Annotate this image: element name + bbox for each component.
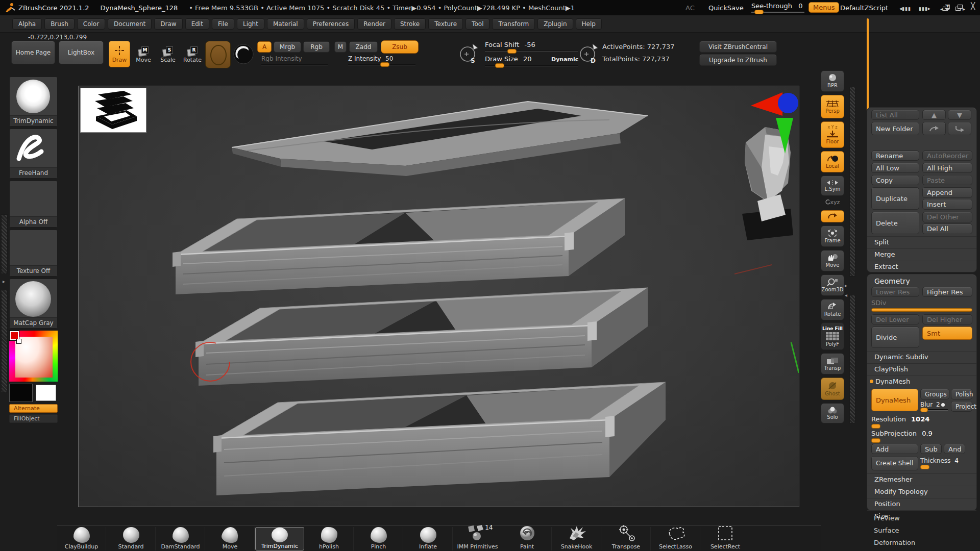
local-button[interactable]: Local [821,151,844,172]
brush-selector-thumbnail[interactable]: TrimDynamic [9,77,58,127]
rename-button[interactable]: Rename [871,151,919,161]
zadd-button[interactable]: Zadd [349,41,378,53]
zoom3d-button[interactable]: Zoom3D [821,274,844,296]
merge-section[interactable]: Merge [867,248,976,260]
quicksave-button[interactable]: QuickSave [708,4,744,12]
persp-button[interactable]: Persp [821,95,844,118]
menu-edit[interactable]: Edit [185,18,209,30]
tray-brush-transpose[interactable]: Transpose [602,527,651,550]
right-scrollbar-lower[interactable] [849,295,855,423]
tray-brush-pinch[interactable]: Pinch [354,527,403,550]
tray-brush-selectrect[interactable]: SelectRect [701,527,750,550]
folder-move-up-button[interactable] [922,122,946,135]
move-mode-button[interactable]: M Move [134,42,153,67]
menu-material[interactable]: Material [267,18,304,30]
dynamic-subdiv-section[interactable]: Dynamic Subdiv [867,351,976,362]
menu-document[interactable]: Document [108,18,152,30]
menu-render[interactable]: Render [357,18,391,30]
floor-button[interactable]: x Y z Floor [821,121,844,148]
fill-object-button[interactable]: FillObject [9,414,58,423]
dynamesh-button[interactable]: DynaMesh [871,389,918,411]
alpha-selector-thumbnail[interactable]: Alpha Off [9,181,58,228]
append-button[interactable]: Append [922,187,972,198]
zsub-button[interactable]: Zsub [381,40,419,54]
xyz-rotation-mode[interactable]: xyz [821,199,844,206]
tray-brush-inflate[interactable]: Inflate [404,527,453,550]
folder-move-down-button[interactable] [948,122,971,135]
menu-alpha[interactable]: Alpha [12,18,42,30]
rotate-mode-button[interactable]: R Rotate [182,42,203,67]
y-rotation-mode-button[interactable] [821,210,844,222]
dynamesh-section[interactable]: DynaMesh [867,375,976,387]
menu-file[interactable]: File [212,18,234,30]
geometry-title[interactable]: Geometry [874,277,910,285]
document-canvas[interactable] [78,86,799,507]
rotate-nav-button[interactable]: Rotate [821,299,844,320]
restore-button[interactable] [955,5,963,11]
menu-tool[interactable]: Tool [465,18,489,30]
lsym-button[interactable]: L.Sym [821,176,844,196]
copy-button[interactable]: Copy [871,175,919,185]
tray-brush-paint[interactable]: Paint [503,527,552,550]
duplicate-button[interactable]: Duplicate [871,187,919,210]
create-shell-button[interactable]: Create Shell [871,456,918,470]
polyframe-button[interactable]: Line Fill PolyF [821,322,844,350]
lower-res-button[interactable]: Lower Res [871,287,919,297]
sdiv-slider[interactable] [871,308,972,312]
material-selector-thumbnail[interactable]: MatCap Gray [9,279,58,329]
see-through-slider[interactable]: See-through 0 [751,2,804,13]
tray-brush-claybuildup[interactable]: ClayBuildup [57,527,106,550]
menu-color[interactable]: Color [77,18,105,30]
menu-preferences[interactable]: Preferences [307,18,355,30]
tray-brush-selectlasso[interactable]: SelectLasso [651,527,700,550]
surface-palette[interactable]: Surface [874,527,899,534]
tray-brush-imm-primitives[interactable]: 14 IMM Primitives [453,527,502,550]
primary-color-swatch[interactable] [36,385,56,401]
blur-slider[interactable]: Blur 2 [920,401,949,411]
subprojection-slider-label[interactable]: SubProjection 0.9 [871,430,933,437]
groups-button[interactable]: Groups [920,389,949,399]
list-all-button[interactable]: List All [871,110,919,120]
del-other-button[interactable]: Del Other [922,212,972,222]
polish-button[interactable]: Polish [951,389,972,399]
del-all-button[interactable]: Del All [922,223,972,234]
subtool-down-button[interactable]: ▼ [948,110,971,120]
delete-button[interactable]: Delete [871,212,919,234]
tray-brush-damstandard[interactable]: DamStandard [156,527,205,550]
preview-palette[interactable]: Preview [874,514,900,522]
alternate-button[interactable]: Alternate [9,404,58,413]
home-page-button[interactable]: Home Page [11,41,55,64]
upgrade-to-zbrush-button[interactable]: Upgrade to ZBrush [699,54,777,66]
close-button[interactable]: ╳ [971,2,975,10]
solo-button[interactable]: Solo [821,403,844,423]
all-low-button[interactable]: All Low [871,163,919,173]
menus-button[interactable]: Menus [808,2,839,13]
z-intensity-slider[interactable]: Z Intensity 50 [348,55,415,65]
lightbox-button[interactable]: LightBox [59,41,104,64]
focal-shift-slider[interactable]: Focal Shift -56 [485,41,578,52]
frame-button[interactable]: Frame [821,226,844,247]
texture-selector-thumbnail[interactable]: Texture Off [9,230,58,277]
visit-zbrushcentral-button[interactable]: Visit ZBrushCentral [699,41,777,53]
project-button[interactable]: Project [951,401,972,412]
menu-draw[interactable]: Draw [154,18,182,30]
split-section[interactable]: Split [867,236,976,247]
smt-button[interactable]: Smt [922,327,972,340]
zremesher-section[interactable]: ZRemesher [867,473,976,485]
sv-cursor[interactable] [16,339,21,344]
menu-light[interactable]: Light [237,18,264,30]
resolution-slider-label[interactable]: Resolution 1024 [871,415,929,423]
sub-button[interactable]: Sub [920,444,942,454]
menu-brush[interactable]: Brush [44,18,75,30]
menu-stroke[interactable]: Stroke [394,18,426,30]
menu-zplugin[interactable]: Zplugin [537,18,573,30]
claypolish-section[interactable]: ClayPolish [867,363,976,374]
next-document-icon[interactable]: ▮▮▮▸ [919,4,930,12]
bpr-button[interactable]: BPR [821,70,844,92]
scale-mode-button[interactable]: S Scale [158,42,178,67]
draw-mode-button[interactable]: Draw [109,41,130,67]
menu-help[interactable]: Help [576,18,602,30]
all-high-button[interactable]: All High [922,163,972,173]
right-scrollbar-upper[interactable] [849,87,855,277]
del-lower-button[interactable]: Del Lower [871,314,919,324]
